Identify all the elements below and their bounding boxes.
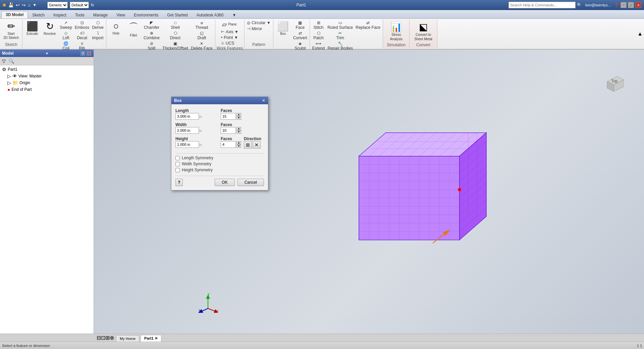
direct-button[interactable]: ⬡ Direct [161,31,189,41]
convert-freeform-button[interactable]: ⇄ Convert [292,31,308,41]
circular-button[interactable]: ◎ Circular ▼ [246,20,272,25]
plane-button[interactable]: ▱ Plane [220,20,239,29]
patch-button[interactable]: ⬡ Patch [311,31,326,41]
tree-item-endofpart[interactable]: ● End of Part [6,86,93,93]
import-button[interactable]: ⤵ Import [91,31,105,41]
start-sketch-button[interactable]: ✏ Start2D Sketch [1,20,21,41]
tree-item-part1[interactable]: ⚙ Part1 [1,66,93,73]
point-button[interactable]: • Point ▼ [220,35,239,40]
length-symmetry-checkbox[interactable] [175,156,180,160]
formula-btn[interactable]: fx [91,3,94,7]
chamfer-button[interactable]: ◤ Chamfer [143,20,161,30]
hole-button[interactable]: ○ Hole [108,20,124,36]
view-cube[interactable]: Top [600,70,624,93]
tab-inspect[interactable]: Inspect [49,11,71,18]
thread-button[interactable]: ⌀ Thread [190,20,214,30]
faces-length-down[interactable]: ▼ [236,116,241,120]
faces-height-up[interactable]: ▲ [236,141,241,144]
tree-item-origin[interactable]: ▷ 📁 Origin [6,79,93,86]
tab-nav-icons[interactable]: ⊟⊡⊞⊕ [95,334,115,342]
ribbon-expand-icon[interactable]: ▲ [637,31,643,37]
tab-more[interactable]: ▼ [228,11,240,18]
search-icon[interactable]: 🔍 [577,3,582,7]
height-symmetry-checkbox[interactable] [175,168,180,172]
ok-button[interactable]: OK [215,179,234,186]
minimize-button[interactable]: − [621,2,627,8]
filter-tool[interactable]: ▽ [1,58,6,64]
quick-more[interactable]: ▼ [33,3,37,7]
axis-button[interactable]: ⊢ Axis ▼ [220,29,239,35]
quick-redo[interactable]: ↪ [22,2,26,8]
revolve-button[interactable]: ↻ Revolve [41,20,58,37]
height-arrow[interactable]: ▷ [200,143,202,147]
panel-dropdown[interactable]: ▼ [45,52,49,55]
panel-help-btn[interactable]: ? [80,51,86,56]
shell-button[interactable]: □ Shell [161,20,189,30]
faces-length-input[interactable] [221,113,236,120]
dialog-help-button[interactable]: ? [175,179,183,186]
loft-button[interactable]: ◇ Loft [59,31,73,41]
convert-group-label: Convert [416,43,430,47]
mirror-button[interactable]: ⊣ Mirror [246,26,263,32]
tab-view[interactable]: View [112,11,129,18]
box-freeform-button[interactable]: ⬜ Box [275,20,291,37]
quick-home[interactable]: ⌂ [28,2,31,8]
ruledsurf-button[interactable]: ▭ Ruled Surface [326,20,354,30]
faces-width-up[interactable]: ▲ [236,127,241,130]
faces-length-up[interactable]: ▲ [236,113,241,116]
quick-undo[interactable]: ↩ [16,2,20,8]
help-icon[interactable]: ❓ [614,3,619,7]
stressanalysis-button[interactable]: 📊 StressAnalysis [384,20,408,43]
style-select[interactable]: Default [70,2,89,8]
close-button[interactable]: ✕ [635,2,641,8]
faces-height-input[interactable] [221,141,236,148]
dialog-close-button[interactable]: ✕ [262,98,265,103]
fillet-button[interactable]: ⌒ Fillet [125,20,142,38]
titlebar-controls: 🔍 ben@twentys... ❓ − □ ✕ [508,2,641,8]
search-input[interactable] [508,2,576,8]
tab-manage[interactable]: Manage [89,11,112,18]
emboss-button[interactable]: ⊡ Emboss [74,20,90,30]
stitch-button[interactable]: ⊞ Stitch [311,20,326,30]
draft-button[interactable]: ◱ Draft [190,31,214,41]
ribbon-expand[interactable]: ▲ [636,19,644,48]
endofpart-icon: ● [7,87,10,92]
direction-btn2[interactable]: ✕ [253,141,261,149]
replaceface-button[interactable]: ⇄ Replace Face [355,20,381,30]
tab-getstarted[interactable]: Get Started [163,11,192,18]
tab-sketch[interactable]: Sketch [28,11,49,18]
height-input[interactable] [175,141,199,148]
extrude-button[interactable]: ⬛ Extrude [24,20,41,37]
combine-button[interactable]: ⊕ Combine [143,31,161,41]
face-button[interactable]: ▦ Face [292,20,308,30]
trim-button[interactable]: ✂ Trim [326,31,354,41]
sweep-button[interactable]: ↗ Sweep [59,20,73,30]
tab-myhome[interactable]: My Home [116,335,139,342]
tab-tools[interactable]: Tools [71,11,89,18]
maximize-button[interactable]: □ [628,2,634,8]
viewport[interactable]: Y X Z [94,50,644,334]
derive-button[interactable]: ⬡ Derive [91,20,105,30]
length-input[interactable] [175,113,199,120]
width-input[interactable] [175,127,199,134]
ucs-button[interactable]: ⊹ UCS [220,41,235,46]
direction-btn1[interactable]: ⊞ [244,141,252,149]
faces-width-input[interactable] [221,127,236,134]
width-symmetry-checkbox[interactable] [175,162,180,166]
tab-a360[interactable]: Autodesk A360 [192,11,228,18]
tab-3dmodel[interactable]: 3D Model [1,11,28,18]
quick-save[interactable]: 💾 [8,2,14,8]
tab-environments[interactable]: Environments [129,11,163,18]
faces-width-down[interactable]: ▼ [236,130,241,134]
tab-part1[interactable]: Part1 ✕ [141,335,161,342]
faces-height-down[interactable]: ▼ [236,144,241,148]
width-arrow[interactable]: ▷ [200,129,202,132]
length-arrow[interactable]: ▷ [200,115,202,118]
workspace-select[interactable]: Generic [47,2,68,8]
search-tool[interactable]: 🔍 [8,58,15,64]
tree-item-viewmaster[interactable]: ▷ 👁 View: Master [6,73,93,79]
converttosheetmetal-button[interactable]: ⬕ Convert toSheet Metal [411,20,435,43]
decal-button[interactable]: 🏷 Decal [74,31,90,41]
cancel-button[interactable]: Cancel [237,179,264,186]
panel-pin-btn[interactable]: 📌 [86,51,92,56]
